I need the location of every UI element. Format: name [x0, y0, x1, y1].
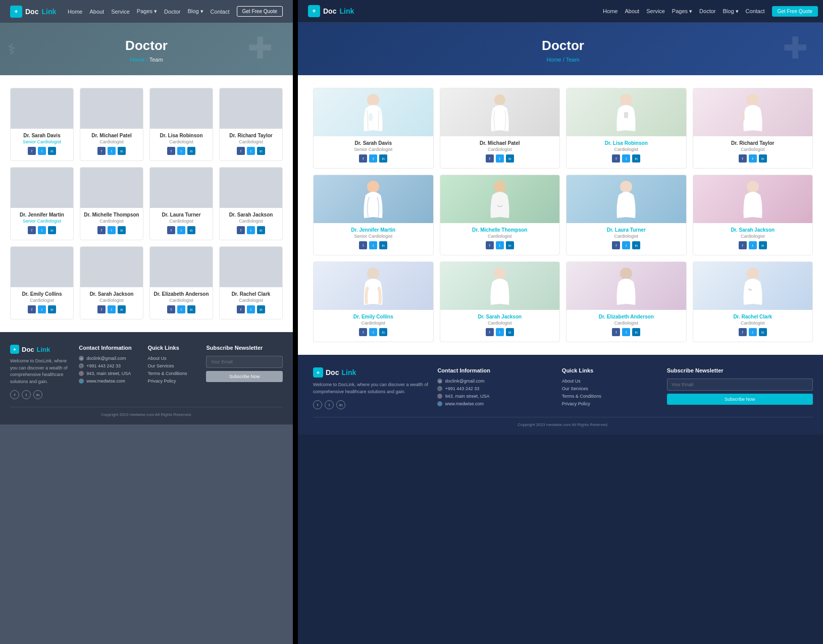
linkedin-icon[interactable]: in: [48, 305, 56, 313]
right-footer-privacy-link[interactable]: Privacy Policy: [562, 401, 659, 406]
twitter-icon[interactable]: t: [177, 226, 185, 234]
twitter-icon[interactable]: t: [177, 147, 185, 155]
right-footer-twitter-icon[interactable]: t: [325, 400, 334, 409]
footer-privacy-link[interactable]: Privacy Policy: [147, 379, 198, 384]
twitter-icon[interactable]: t: [108, 305, 116, 313]
right-logo[interactable]: + DocLink: [308, 5, 354, 17]
linkedin-icon[interactable]: in: [257, 147, 265, 155]
twitter-icon[interactable]: t: [749, 328, 757, 336]
nav-contact[interactable]: Contact: [211, 9, 230, 15]
nav-doctor[interactable]: Doctor: [164, 9, 180, 15]
facebook-icon[interactable]: f: [739, 154, 747, 163]
nav-about[interactable]: About: [89, 9, 104, 15]
right-newsletter-email-input[interactable]: [667, 379, 813, 391]
linkedin-icon[interactable]: in: [118, 147, 126, 155]
linkedin-icon[interactable]: in: [118, 305, 126, 313]
facebook-icon[interactable]: f: [28, 147, 36, 155]
nav-service[interactable]: Service: [111, 9, 130, 15]
linkedin-icon[interactable]: in: [632, 328, 640, 336]
facebook-icon[interactable]: f: [237, 226, 245, 234]
linkedin-icon[interactable]: in: [506, 328, 514, 336]
twitter-icon[interactable]: t: [496, 241, 504, 249]
facebook-icon[interactable]: f: [97, 305, 106, 313]
twitter-icon[interactable]: t: [749, 154, 757, 163]
linkedin-icon[interactable]: in: [632, 241, 640, 249]
twitter-icon[interactable]: t: [247, 226, 255, 234]
right-get-quote-button[interactable]: Get Free Quote: [772, 6, 818, 17]
right-nav-home[interactable]: Home: [603, 8, 618, 14]
footer-about-link[interactable]: About Us: [147, 356, 198, 361]
linkedin-icon[interactable]: in: [379, 241, 387, 249]
facebook-icon[interactable]: f: [486, 241, 494, 249]
linkedin-icon[interactable]: in: [48, 226, 56, 234]
facebook-icon[interactable]: f: [612, 241, 620, 249]
facebook-icon[interactable]: f: [97, 147, 106, 155]
right-footer-about-link[interactable]: About Us: [562, 379, 659, 384]
right-subscribe-button[interactable]: Subscribe Now: [667, 394, 813, 405]
footer-facebook-icon[interactable]: f: [10, 390, 19, 399]
facebook-icon[interactable]: f: [167, 305, 175, 313]
twitter-icon[interactable]: t: [496, 154, 504, 163]
right-footer-services-link[interactable]: Our Services: [562, 386, 659, 391]
linkedin-icon[interactable]: in: [187, 147, 195, 155]
facebook-icon[interactable]: f: [612, 328, 620, 336]
facebook-icon[interactable]: f: [237, 305, 245, 313]
footer-linkedin-icon[interactable]: in: [33, 390, 42, 399]
footer-services-link[interactable]: Our Services: [147, 363, 198, 368]
nav-blog[interactable]: Blog ▾: [188, 8, 203, 15]
linkedin-icon[interactable]: in: [187, 305, 195, 313]
linkedin-icon[interactable]: in: [759, 328, 767, 336]
nav-pages[interactable]: Pages ▾: [137, 8, 157, 15]
twitter-icon[interactable]: t: [38, 305, 46, 313]
linkedin-icon[interactable]: in: [506, 241, 514, 249]
right-footer-linkedin-icon[interactable]: in: [336, 400, 345, 409]
twitter-icon[interactable]: t: [749, 241, 757, 249]
twitter-icon[interactable]: t: [622, 154, 630, 163]
twitter-icon[interactable]: t: [247, 305, 255, 313]
right-footer-terms-link[interactable]: Terms & Conditions: [562, 394, 659, 399]
footer-terms-link[interactable]: Terms & Conditions: [147, 371, 198, 376]
facebook-icon[interactable]: f: [97, 226, 106, 234]
nav-home[interactable]: Home: [68, 9, 82, 15]
facebook-icon[interactable]: f: [739, 328, 747, 336]
right-nav-doctor[interactable]: Doctor: [699, 8, 715, 14]
twitter-icon[interactable]: t: [496, 328, 504, 336]
right-nav-service[interactable]: Service: [646, 8, 665, 14]
linkedin-icon[interactable]: in: [187, 226, 195, 234]
facebook-icon[interactable]: f: [739, 241, 747, 249]
twitter-icon[interactable]: t: [108, 226, 116, 234]
linkedin-icon[interactable]: in: [379, 154, 387, 163]
twitter-icon[interactable]: t: [369, 241, 377, 249]
facebook-icon[interactable]: f: [28, 305, 36, 313]
twitter-icon[interactable]: t: [177, 305, 185, 313]
facebook-icon[interactable]: f: [359, 328, 367, 336]
linkedin-icon[interactable]: in: [48, 147, 56, 155]
left-get-quote-button[interactable]: Get Free Quote: [237, 6, 283, 17]
facebook-icon[interactable]: f: [486, 154, 494, 163]
linkedin-icon[interactable]: in: [257, 226, 265, 234]
twitter-icon[interactable]: t: [369, 154, 377, 163]
twitter-icon[interactable]: t: [108, 147, 116, 155]
facebook-icon[interactable]: f: [612, 154, 620, 163]
linkedin-icon[interactable]: in: [257, 305, 265, 313]
logo[interactable]: + DocLink: [10, 6, 56, 18]
right-nav-contact[interactable]: Contact: [746, 8, 765, 14]
newsletter-email-input[interactable]: [206, 356, 283, 368]
twitter-icon[interactable]: t: [622, 328, 630, 336]
right-nav-about[interactable]: About: [625, 8, 639, 14]
linkedin-icon[interactable]: in: [759, 154, 767, 163]
facebook-icon[interactable]: f: [486, 328, 494, 336]
twitter-icon[interactable]: t: [369, 328, 377, 336]
twitter-icon[interactable]: t: [622, 241, 630, 249]
linkedin-icon[interactable]: in: [759, 241, 767, 249]
twitter-icon[interactable]: t: [38, 147, 46, 155]
linkedin-icon[interactable]: in: [632, 154, 640, 163]
facebook-icon[interactable]: f: [167, 226, 175, 234]
linkedin-icon[interactable]: in: [379, 328, 387, 336]
twitter-icon[interactable]: t: [247, 147, 255, 155]
facebook-icon[interactable]: f: [237, 147, 245, 155]
facebook-icon[interactable]: f: [359, 154, 367, 163]
right-footer-facebook-icon[interactable]: f: [313, 400, 322, 409]
footer-twitter-icon[interactable]: t: [22, 390, 31, 399]
twitter-icon[interactable]: t: [38, 226, 46, 234]
